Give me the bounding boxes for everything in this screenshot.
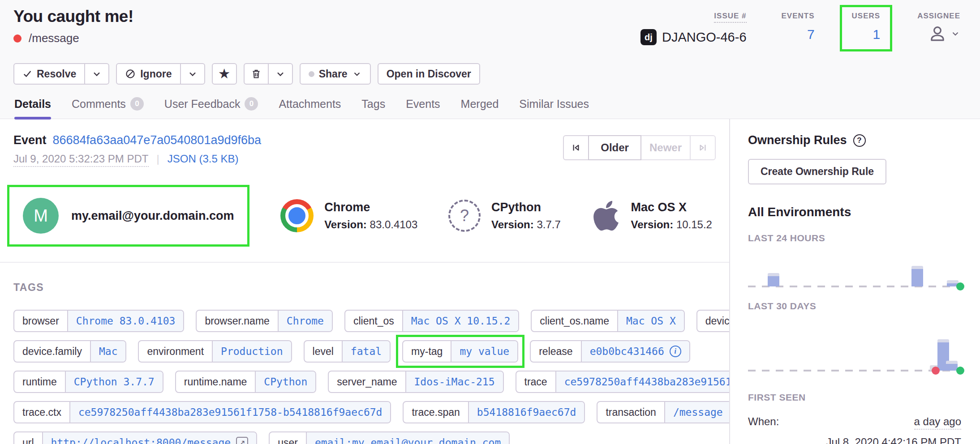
release-info-icon[interactable]: i [670,346,681,357]
tag-value-link[interactable]: fatal [342,341,390,362]
tab-label: Tags [361,98,385,111]
resolve-dropdown-button[interactable] [84,63,109,85]
tag-value-link[interactable]: b5418816f9aec67d [468,402,585,423]
tag-value-link[interactable]: Idos-iMac-215 [405,371,503,392]
issue-number-label[interactable]: ISSUE # [714,12,746,23]
tag-value-link[interactable]: Mac [90,341,126,362]
tag-value-link[interactable]: Chrome 83.0.4103 [67,311,184,331]
bookmark-star-button[interactable]: ★ [212,63,237,85]
tab-comments[interactable]: Comments0 [72,97,144,119]
spark-bar[interactable] [911,266,923,286]
browser-name: Chrome [324,201,417,214]
tag-key: trace [516,371,555,392]
tab-tags[interactable]: Tags [361,97,385,119]
tab-attachments[interactable]: Attachments [279,97,341,119]
tag-key: environment [139,341,212,362]
first-seen-relative[interactable]: a day ago [914,415,961,430]
latest-marker-dot [956,367,964,375]
create-ownership-rule-button[interactable]: Create Ownership Rule [748,159,886,184]
spark-bar[interactable] [946,361,958,371]
tag-key: level [305,341,342,362]
first-seen-marker-dot [932,367,940,375]
last-30-days-label: LAST 30 DAYS [748,301,961,312]
tag-key: url [14,432,42,444]
last-24-hours-chart[interactable] [748,263,961,287]
issue-title-block: You caught me! /message [13,7,133,45]
tag-key: browser.name [197,311,277,331]
event-id-link[interactable]: 86684fa63aa047e7a0540801a9d9f6ba [53,133,262,147]
ignore-button[interactable]: Ignore [116,63,181,85]
tag-key: runtime [14,371,65,392]
tag-value-link[interactable]: Chrome [278,311,332,331]
tag-row: device.familyMacenvironmentProductionlev… [13,340,716,363]
tag-pill-client_os: client_osMac OS X 10.15.2 [344,310,519,332]
version-label: Version: [324,218,367,231]
tab-similar-issues[interactable]: Similar Issues [519,97,589,119]
events-count[interactable]: 7 [807,27,815,42]
raw-json-link[interactable]: JSON (3.5 KB) [168,153,239,165]
tag-value-text: fatal [351,346,382,357]
last-30-days-chart[interactable] [748,337,961,371]
issue-number-value[interactable]: dj DJANGO-46-6 [640,29,747,45]
tags-section: TAGS browserChrome 83.0.4103browser.name… [0,263,729,444]
event-timestamp[interactable]: Jul 9, 2020 5:32:23 PM PDT [13,153,149,167]
tab-label: Comments [72,98,126,111]
tag-key: user [270,432,306,444]
tag-value-link[interactable]: e0b0bc431466i [581,341,689,362]
users-count[interactable]: 1 [873,27,880,42]
ownership-rules-title: Ownership Rules [748,133,847,147]
tab-merged[interactable]: Merged [461,97,499,119]
tag-pill-runtime.name: runtime.nameCPython [175,371,317,393]
tag-pill-release: releasee0b0bc431466i [530,340,690,363]
tag-key: client_os [345,311,402,331]
tab-details[interactable]: Details [14,97,51,119]
chevron-down-icon [91,68,102,79]
assignee-dropdown[interactable] [928,24,960,43]
tag-value-text: Mac OS X [626,315,676,327]
tag-value-link[interactable]: Mac OS X 10.15.2 [402,311,519,331]
ignore-dropdown-button[interactable] [180,63,205,85]
tag-value-link[interactable]: http://localhost:8000/message↗ [42,432,257,444]
resolve-button[interactable]: Resolve [13,63,85,85]
older-event-button[interactable]: Older [588,135,641,160]
share-button[interactable]: Share [300,63,371,85]
tag-key: trace.ctx [14,402,69,423]
os-version: 10.15.2 [676,218,712,231]
external-link-icon[interactable]: ↗ [236,437,248,444]
tag-key: trace.span [404,402,468,423]
tag-value-link[interactable]: ce5978250aff4438ba283e91561f1758-b541881… [69,402,391,423]
assignee-label: ASSIGNEE [917,12,960,21]
chrome-icon [280,199,314,232]
tag-value-link[interactable]: my value [451,341,517,362]
tab-user-feedback[interactable]: User Feedback0 [164,97,258,119]
tag-value-link[interactable]: /message [664,402,730,423]
tag-value-link[interactable]: CPython [255,371,315,392]
spark-bar[interactable] [768,273,779,286]
tab-label: User Feedback [164,98,241,111]
tag-value-link[interactable]: ce5978250aff4438ba283e91561f1758 [555,371,730,392]
tag-row: urlhttp://localhost:8000/message↗userema… [13,431,716,444]
open-in-discover-button[interactable]: Open in Discover [378,63,480,85]
when-label: When: [748,415,779,428]
tag-key: device [697,311,730,331]
stat-issue-number: ISSUE # dj DJANGO-46-6 [640,7,747,45]
tag-value-link[interactable]: email:my.email@your.domain.com [306,432,509,444]
delete-button[interactable] [244,63,269,85]
tag-value-link[interactable]: Mac OS X [617,311,684,331]
tag-value-link[interactable]: CPython 3.7.7 [65,371,163,392]
apple-icon [592,199,620,233]
oldest-event-button[interactable] [563,135,589,160]
tab-label: Events [406,98,440,111]
tab-label: Merged [461,98,499,111]
user-card-annotation-box: M my.email@your.domain.com [7,185,249,247]
tag-key: server_name [329,371,405,392]
delete-dropdown-button[interactable] [268,63,293,85]
skip-to-first-icon [570,142,582,154]
tag-value-link[interactable]: Production [212,341,291,362]
help-question-icon[interactable]: ? [853,134,866,147]
event-pagination: Older Newer [563,135,716,160]
tag-key: device.family [14,341,90,362]
tab-events[interactable]: Events [406,97,440,119]
tag-value-text: my value [460,346,509,357]
tag-key: release [531,341,580,362]
